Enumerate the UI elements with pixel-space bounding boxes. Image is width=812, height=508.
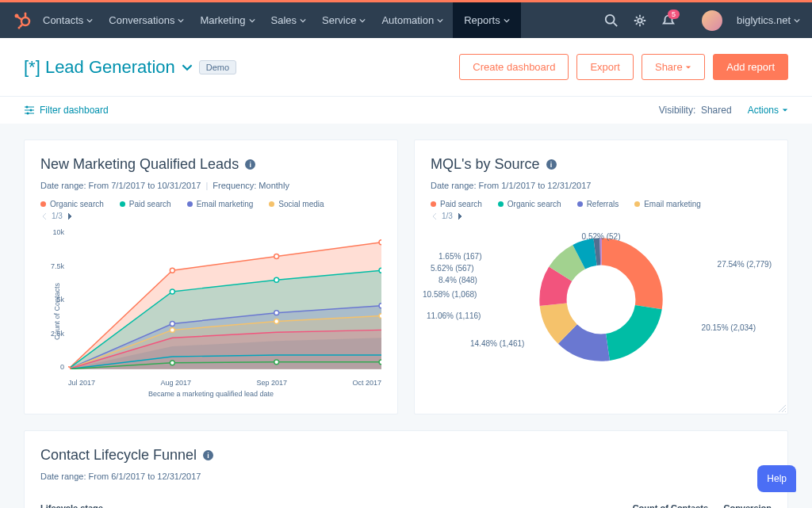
- svg-point-29: [170, 361, 174, 365]
- nav-item-automation[interactable]: Automation: [381, 2, 443, 38]
- chevron-left-icon: [431, 212, 439, 220]
- legend-item[interactable]: Organic search: [40, 200, 104, 208]
- legend-item[interactable]: Paid search: [120, 200, 171, 208]
- nav-item-contacts[interactable]: Contacts: [43, 2, 93, 38]
- hubspot-logo-icon[interactable]: [12, 11, 31, 30]
- legend-pager[interactable]: 1/3: [40, 212, 381, 220]
- svg-point-16: [68, 367, 71, 369]
- alert-count-badge: 5: [668, 10, 680, 19]
- nav-item-marketing[interactable]: Marketing: [200, 2, 255, 38]
- chevron-down-icon: [794, 17, 800, 24]
- nav-item-service[interactable]: Service: [322, 2, 366, 38]
- card-title: Contact Lifecycle Funneli: [40, 447, 772, 464]
- info-icon[interactable]: i: [546, 159, 557, 170]
- info-icon[interactable]: i: [203, 450, 213, 460]
- chevron-down-icon: [249, 17, 255, 24]
- svg-line-8: [614, 22, 618, 26]
- area-chart: Count of Contacts 10k7.5k5k2.5k0: [68, 228, 381, 387]
- x-axis-label: Became a marketing qualified lead date: [40, 390, 381, 398]
- chevron-down-icon: [178, 17, 184, 24]
- svg-point-6: [18, 26, 21, 29]
- legend-item[interactable]: Social media: [269, 200, 324, 208]
- svg-point-21: [274, 277, 279, 282]
- export-button[interactable]: Export: [576, 54, 634, 80]
- svg-point-18: [274, 254, 279, 259]
- report-card-funnel: Contact Lifecycle Funneli Date range: Fr…: [24, 430, 788, 508]
- svg-point-15: [27, 113, 29, 115]
- caret-down-icon: [685, 64, 691, 71]
- toolbar-right: Visibility: Shared Actions: [659, 105, 788, 116]
- legend-item[interactable]: Paid search: [431, 200, 482, 208]
- svg-point-28: [379, 314, 381, 319]
- nav-item-sales[interactable]: Sales: [271, 2, 307, 38]
- chart-legend: Paid search Organic search Referrals Ema…: [431, 200, 772, 208]
- svg-point-19: [379, 240, 381, 245]
- chevron-down-icon: [86, 17, 93, 24]
- svg-line-5: [20, 25, 22, 27]
- nav-item-reports[interactable]: Reports: [453, 2, 521, 38]
- report-card-mql-source: MQL's by Sourcei Date range: From 1/1/20…: [414, 139, 788, 414]
- nav-right: 5 biglytics.net: [604, 10, 800, 31]
- notifications-button[interactable]: 5: [661, 13, 688, 28]
- chevron-down-icon: [182, 62, 193, 73]
- slice-label: 0.52% (52): [582, 232, 621, 241]
- account-switcher[interactable]: biglytics.net: [737, 14, 800, 26]
- info-icon[interactable]: i: [245, 159, 255, 170]
- nav-items: Contacts Conversations Marketing Sales S…: [43, 2, 515, 38]
- col-count: Count of Contacts: [613, 503, 708, 508]
- card-date-range: Date range: From 6/1/2017 to 12/31/2017: [40, 472, 772, 481]
- svg-point-30: [274, 360, 279, 365]
- slice-label: 8.4% (848): [439, 276, 477, 285]
- nav-item-conversations[interactable]: Conversations: [109, 2, 184, 38]
- svg-point-14: [30, 109, 33, 112]
- card-title: New Marketing Qualified Leadsi: [40, 156, 381, 173]
- slice-label: 10.58% (1,068): [423, 290, 477, 299]
- legend-pager[interactable]: 1/3: [431, 212, 772, 220]
- donut-chart: 0.52% (52) 1.65% (167) 5.62% (567) 8.4% …: [431, 236, 772, 395]
- legend-item[interactable]: Email marketing: [634, 200, 701, 208]
- dashboard-title-dropdown[interactable]: [*] Lead Generation Demo: [24, 57, 236, 78]
- legend-item[interactable]: Email marketing: [187, 200, 254, 208]
- chevron-down-icon: [437, 17, 443, 24]
- add-report-button[interactable]: Add report: [713, 54, 788, 80]
- chart-legend: Organic search Paid search Email marketi…: [40, 200, 381, 208]
- slice-label: 5.62% (567): [431, 264, 473, 273]
- chevron-down-icon: [504, 17, 510, 24]
- svg-point-13: [26, 106, 29, 109]
- legend-item[interactable]: Organic search: [498, 200, 561, 208]
- col-conversion: Conversion: [708, 503, 772, 508]
- svg-line-2: [18, 17, 23, 20]
- y-axis: 10k7.5k5k2.5k0: [40, 228, 64, 371]
- chevron-down-icon: [359, 17, 366, 24]
- caret-down-icon: [782, 107, 788, 113]
- chevron-down-icon: [300, 17, 306, 24]
- slice-label: 20.15% (2,034): [702, 323, 756, 332]
- report-card-mqls: New Marketing Qualified Leadsi Date rang…: [24, 139, 398, 414]
- svg-line-43: [779, 405, 786, 412]
- svg-point-42: [571, 269, 631, 330]
- svg-point-4: [25, 12, 27, 14]
- gear-icon[interactable]: [633, 13, 647, 28]
- avatar[interactable]: [702, 10, 722, 31]
- slice-label: 11.06% (1,116): [427, 311, 481, 320]
- dashboard-toolbar: Filter dashboard Visibility: Shared Acti…: [0, 97, 812, 124]
- create-dashboard-button[interactable]: Create dashboard: [459, 54, 569, 80]
- svg-point-26: [170, 327, 174, 332]
- page-title-text: [*] Lead Generation: [24, 57, 175, 78]
- actions-dropdown[interactable]: Actions: [748, 105, 788, 116]
- search-icon[interactable]: [604, 13, 619, 28]
- slice-label: 27.54% (2,779): [718, 260, 772, 269]
- legend-item[interactable]: Referrals: [577, 200, 619, 208]
- svg-point-22: [379, 268, 381, 273]
- share-button[interactable]: Share: [642, 54, 705, 80]
- chevron-left-icon: [40, 212, 48, 220]
- filter-dashboard-button[interactable]: Filter dashboard: [24, 105, 109, 116]
- filter-icon: [24, 105, 35, 116]
- svg-point-7: [606, 14, 615, 23]
- dashboard-grid: New Marketing Qualified Leadsi Date rang…: [0, 124, 812, 508]
- main-nav: Contacts Conversations Marketing Sales S…: [0, 2, 812, 38]
- funnel-header: Lifecycle stage Count of Contacts Conver…: [40, 497, 772, 508]
- resize-handle-icon[interactable]: [776, 403, 786, 412]
- area-chart-plot: [68, 228, 381, 369]
- help-button[interactable]: Help: [757, 465, 796, 492]
